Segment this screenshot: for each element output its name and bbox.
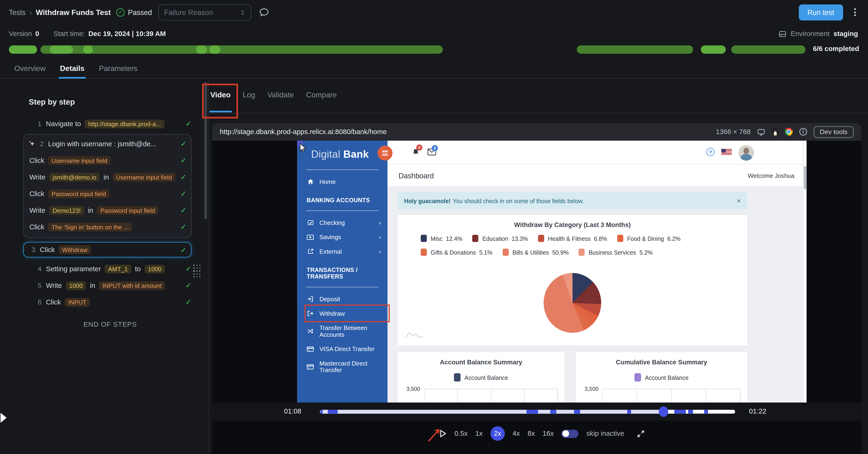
bank-nav-external[interactable]: External› bbox=[298, 244, 388, 259]
skip-inactive-toggle[interactable] bbox=[561, 429, 579, 437]
step-row[interactable]: 4Setting parameterAMT_1to1000✓ bbox=[29, 262, 192, 276]
bank-page-header: Dashboard Welcome Joshua bbox=[388, 164, 806, 187]
tab-parameters[interactable]: Parameters bbox=[98, 63, 139, 78]
info-icon[interactable] bbox=[799, 127, 808, 136]
step-row[interactable]: 6ClickINPUT✓ bbox=[29, 295, 192, 310]
status-label: Passed bbox=[128, 8, 152, 16]
legend-name: Bills & Utilities bbox=[513, 249, 549, 255]
playhead-handle[interactable] bbox=[659, 406, 668, 417]
timeline-track[interactable] bbox=[320, 410, 735, 414]
panel-resize-handle[interactable] bbox=[193, 265, 200, 277]
bank-nav-label: Checking bbox=[319, 219, 345, 226]
step-row[interactable]: 2Login with username : jsmith@de...✓ bbox=[28, 136, 187, 151]
step-row[interactable]: ClickThe 'Sign in' button on the ...✓ bbox=[28, 219, 187, 234]
step-badge: The 'Sign in' button on the ... bbox=[48, 222, 132, 231]
step-text: Setting parameter bbox=[46, 265, 101, 273]
step-row[interactable]: 3ClickWithdraw✓ bbox=[23, 242, 191, 258]
bank-page-title: Dashboard bbox=[399, 171, 434, 180]
step-row[interactable]: WriteDemo123!inPassword input field✓ bbox=[28, 203, 187, 218]
bank-topbar: 0 0 ? bbox=[388, 141, 806, 164]
timeline-event-marker[interactable] bbox=[550, 410, 556, 414]
sparkline-decoration bbox=[405, 331, 424, 339]
step-row[interactable]: ClickPassword input field✓ bbox=[28, 186, 187, 201]
alert-close-icon[interactable]: × bbox=[737, 197, 741, 205]
tab-details[interactable]: Details bbox=[59, 63, 85, 78]
timeline-event-marker[interactable] bbox=[328, 410, 338, 414]
speed-2x[interactable]: 2x bbox=[490, 426, 505, 441]
more-options-icon[interactable] bbox=[852, 6, 858, 18]
failure-reason-select[interactable]: Failure Reason bbox=[159, 4, 251, 20]
bank-nav-savings[interactable]: Savings› bbox=[298, 230, 388, 244]
speed-4x[interactable]: 4x bbox=[513, 430, 520, 437]
speed-0.5x[interactable]: 0.5x bbox=[455, 430, 468, 437]
card-icon bbox=[307, 363, 314, 369]
legend-item: Misc12.4% bbox=[421, 235, 472, 242]
pie-legend: Misc12.4%Education13.3%Health & Fitness6… bbox=[421, 235, 690, 262]
bank-scrollbar[interactable] bbox=[803, 141, 807, 402]
legend-percent: 6.8% bbox=[594, 235, 608, 242]
breadcrumb-tests[interactable]: Tests bbox=[9, 8, 26, 16]
cumulative-balance-card: Cumulative Balance Summary Account Balan… bbox=[576, 352, 747, 402]
timeline-event-marker[interactable] bbox=[674, 410, 686, 414]
timeline-event-marker[interactable] bbox=[526, 410, 538, 414]
legend-item: Education13.3% bbox=[472, 235, 538, 242]
step-text: Write bbox=[29, 206, 45, 214]
step-success-icon: ✓ bbox=[186, 120, 192, 128]
help-icon[interactable]: ? bbox=[706, 148, 715, 156]
tab-overview[interactable]: Overview bbox=[13, 63, 47, 78]
legend-name: Food & Dining bbox=[627, 235, 664, 242]
devtools-button[interactable]: Dev tools bbox=[814, 126, 854, 138]
progress-bar bbox=[9, 46, 806, 54]
fullscreen-icon[interactable] bbox=[637, 429, 645, 437]
bank-nav-transfer-between-accounts[interactable]: Transfer Between Accounts bbox=[298, 321, 388, 342]
step-text: Write bbox=[29, 173, 45, 181]
messages-icon[interactable]: 0 bbox=[428, 148, 436, 156]
bank-nav-withdraw[interactable]: Withdraw bbox=[298, 306, 388, 321]
bank-nav-checking[interactable]: Checking› bbox=[298, 215, 388, 230]
timeline-event-marker[interactable] bbox=[627, 410, 631, 414]
notifications-bell-icon[interactable]: 0 bbox=[412, 148, 420, 156]
cash-icon bbox=[307, 234, 314, 240]
current-time-label: 01:08 bbox=[284, 407, 301, 415]
speed-1x[interactable]: 1x bbox=[475, 430, 483, 437]
us-flag-icon[interactable] bbox=[721, 149, 732, 155]
progress-segment bbox=[577, 46, 693, 54]
bank-nav-home[interactable]: Home bbox=[298, 174, 388, 189]
step-row[interactable]: Writejsmith@demo.ioinUsername input fiel… bbox=[28, 170, 187, 184]
speed-16x[interactable]: 16x bbox=[542, 430, 554, 437]
step-row[interactable]: ClickUsername input field✓ bbox=[28, 153, 187, 168]
bank-logo: Digital Bank bbox=[298, 141, 388, 165]
timeline-event-marker[interactable] bbox=[574, 410, 580, 414]
timeline-event-marker[interactable] bbox=[320, 410, 322, 414]
step-success-icon: ✓ bbox=[181, 245, 187, 254]
bank-nav-visa-direct-transfer[interactable]: VISA Direct Transfer bbox=[298, 342, 388, 356]
hamburger-menu-button[interactable] bbox=[378, 146, 393, 160]
legend-percent: 6.2% bbox=[667, 235, 681, 242]
step-row[interactable]: 1Navigate tohttp://stage.dbank.prod-a...… bbox=[29, 116, 192, 131]
alert-banner: Holy guacamole! You should check in on s… bbox=[398, 192, 747, 209]
user-avatar[interactable] bbox=[738, 145, 754, 160]
notification-count-badge: 0 bbox=[416, 145, 422, 151]
speed-8x[interactable]: 8x bbox=[528, 430, 535, 437]
bank-nav-deposit[interactable]: Deposit bbox=[298, 292, 388, 306]
step-success-icon: ✓ bbox=[186, 281, 192, 290]
tab-validate[interactable]: Validate bbox=[266, 90, 295, 103]
bank-nav-label: Transfer Between Accounts bbox=[319, 325, 381, 338]
timeline-event-marker[interactable] bbox=[688, 410, 693, 414]
bank-nav-mastercard-direct-transfer[interactable]: Mastercard Direct Transfer bbox=[298, 356, 388, 377]
bank-logo-light: Digital bbox=[311, 148, 340, 160]
tab-log[interactable]: Log bbox=[242, 90, 256, 103]
step-row[interactable]: 5Write1000inINPUT with id amount✓ bbox=[29, 278, 192, 293]
run-test-button[interactable]: Run test bbox=[799, 4, 843, 20]
tab-compare[interactable]: Compare bbox=[305, 90, 338, 103]
linux-os-icon bbox=[772, 127, 779, 136]
tab-video[interactable]: Video bbox=[209, 90, 231, 103]
legend-swatch bbox=[502, 248, 508, 256]
transfer-icon bbox=[307, 328, 314, 334]
step-badge: Withdraw bbox=[59, 245, 91, 254]
comment-icon[interactable] bbox=[259, 7, 269, 17]
step-success-icon: ✓ bbox=[181, 189, 187, 198]
panel-expand-arrow[interactable] bbox=[0, 412, 8, 424]
timeline-event-marker[interactable] bbox=[704, 410, 708, 414]
legend-swatch bbox=[617, 235, 623, 242]
